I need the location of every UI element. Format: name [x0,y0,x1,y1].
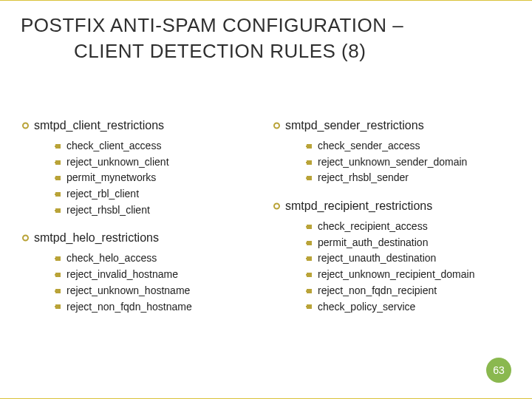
title-line-1: POSTFIX ANTI-SPAM CONFIGURATION – [21,14,403,36]
page-number-badge: 63 [486,358,511,383]
item-list: check_helo_access reject_invalid_hostnam… [22,250,259,315]
list-item: check_sender_access [304,138,510,154]
list-item: reject_unknown_sender_domain [304,154,510,171]
section-heading: smtpd_sender_restrictions [273,119,510,132]
list-item: reject_non_fqdn_recipient [304,283,510,299]
list-item: reject_rhsbl_sender [304,170,510,186]
list-item: reject_unknown_hostname [53,283,259,299]
list-item: check_client_access [53,138,259,154]
section-heading: smtpd_recipient_restrictions [273,200,510,213]
left-column: smtpd_client_restrictions check_client_a… [22,115,259,369]
section-heading-label: smtpd_sender_restrictions [285,119,424,132]
list-item: permit_mynetworks [53,170,259,186]
title-block: POSTFIX ANTI-SPAM CONFIGURATION – CLIENT… [21,13,511,63]
page-number: 63 [493,364,505,376]
item-list: check_client_access reject_unknown_clien… [22,138,259,218]
list-item: reject_unauth_destination [304,250,510,267]
section-heading: smtpd_client_restrictions [22,119,259,132]
list-item: reject_invalid_hostname [53,267,259,283]
right-column: smtpd_sender_restrictions check_sender_a… [273,115,510,369]
section-heading-label: smtpd_client_restrictions [34,119,164,132]
section-heading: smtpd_helo_restrictions [22,231,259,245]
list-item: permit_auth_destination [304,235,510,251]
section-heading-label: smtpd_helo_restrictions [34,231,159,244]
list-item: check_helo_access [53,250,259,267]
item-list: check_sender_access reject_unknown_sende… [273,138,510,186]
list-item: check_recipient_access [304,219,510,235]
slide: POSTFIX ANTI-SPAM CONFIGURATION – CLIENT… [0,0,532,399]
content-columns: smtpd_client_restrictions check_client_a… [22,115,510,369]
title-line-2: CLIENT DETECTION RULES (8) [21,39,511,64]
list-item: reject_rbl_client [53,186,259,202]
list-item: reject_non_fqdn_hostname [53,299,259,316]
top-rule [0,0,532,1]
list-item: reject_rhsbl_client [53,202,259,219]
item-list: check_recipient_access permit_auth_desti… [273,219,510,315]
slide-title: POSTFIX ANTI-SPAM CONFIGURATION – CLIENT… [21,13,511,63]
list-item: reject_unknown_client [53,154,259,171]
list-item: reject_unknown_recipient_domain [304,267,510,283]
list-item: check_policy_service [304,299,510,316]
section-heading-label: smtpd_recipient_restrictions [285,200,432,212]
